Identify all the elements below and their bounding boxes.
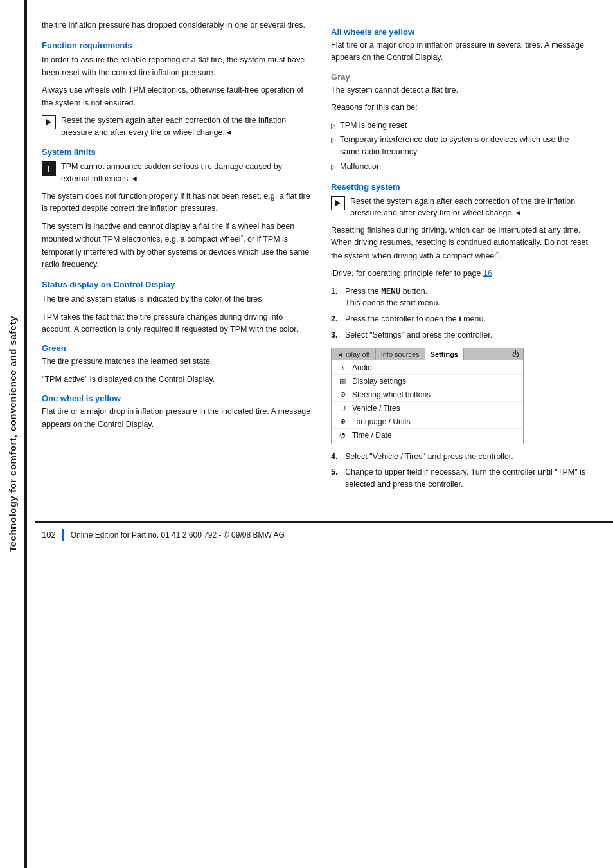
- warning-text: TPM cannot announce sudden serious tire …: [61, 161, 312, 185]
- menu-item-display-settings: ▦ Display settings: [332, 375, 523, 388]
- steps-list-continued: 4. Select "Vehicle / Tires" and press th…: [331, 451, 588, 491]
- menu-items-list: ♪ Audio ▦ Display settings ⊙ Steering wh…: [332, 360, 523, 444]
- step-number: 4.: [331, 451, 341, 463]
- menu-tabs: ◄ iplay off Info sources Settings ⏻: [332, 348, 523, 360]
- system-limits-para1: The system does not function properly if…: [42, 190, 312, 215]
- footer-bar-divider: [62, 529, 64, 541]
- main-content: the tire inflation pressure has dropped …: [35, 0, 613, 509]
- right-column: All wheels are yellow Flat tire or a maj…: [331, 19, 588, 496]
- bullet-text: Malfunction: [340, 161, 381, 173]
- audio-icon: ♪: [337, 363, 348, 372]
- page-number: 102: [42, 530, 56, 539]
- list-item: 3. Select "Settings" and press the contr…: [331, 329, 588, 341]
- menu-tab-display-off: ◄ iplay off: [332, 348, 376, 360]
- menu-item-label: Language / Units: [352, 417, 411, 426]
- menu-item-label: Display settings: [352, 377, 406, 386]
- status-para2: TPM takes the fact that the tire pressur…: [42, 311, 312, 336]
- left-column: the tire inflation pressure has dropped …: [42, 19, 312, 496]
- sidebar-bar: [24, 0, 27, 868]
- warning-icon: !: [42, 161, 56, 176]
- menu-item-label: Steering wheel buttons: [352, 390, 431, 399]
- function-req-para2: Always use wheels with TPM electronics, …: [42, 84, 312, 109]
- step-number: 1.: [331, 285, 341, 298]
- list-item: ▷ Malfunction: [331, 161, 588, 173]
- gray-text: The system cannot detect a flat tire.: [331, 84, 588, 96]
- function-requirements-heading: Function requirements: [42, 41, 312, 50]
- all-wheels-heading: All wheels are yellow: [331, 27, 588, 37]
- steps-list: 1. Press the MENU button.This opens the …: [331, 285, 588, 341]
- menu-item-steering: ⊙ Steering wheel buttons: [332, 388, 523, 402]
- list-item: ▷ TPM is being reset: [331, 120, 588, 132]
- step-number: 5.: [331, 466, 341, 478]
- reset-icon-box: Reset the system again after each correc…: [42, 114, 312, 139]
- step-text: Select "Settings" and press the controll…: [345, 329, 492, 341]
- language-icon: ⊕: [337, 417, 348, 426]
- display-settings-icon: ▦: [337, 377, 348, 386]
- menu-item-vehicle-tires: ⊟ Vehicle / Tires: [332, 402, 523, 415]
- menu-power-button: ⏻: [508, 348, 523, 360]
- footer-copyright: Online Edition for Part no. 01 41 2 600 …: [71, 530, 285, 539]
- resetting-reset-text: Reset the system again after each correc…: [350, 195, 588, 220]
- list-item: 4. Select "Vehicle / Tires" and press th…: [331, 451, 588, 463]
- green-text2: "TPM active" is displayed on the Control…: [42, 374, 312, 386]
- menu-tab-settings: Settings: [425, 348, 464, 360]
- warning-exclamation: !: [48, 165, 50, 173]
- triangle-inner-2: [335, 200, 341, 206]
- green-text1: The tire pressure matches the learned se…: [42, 356, 312, 368]
- one-wheel-text: Flat tire or a major drop in inflation p…: [42, 406, 312, 431]
- menu-item-label: Audio: [352, 363, 372, 372]
- sidebar: Technology for comfort, convenience and …: [0, 0, 24, 868]
- steering-wheel-icon: ⊙: [337, 390, 348, 399]
- function-req-para1: In order to assure the reliable reportin…: [42, 54, 312, 79]
- reset-text: Reset the system again after each correc…: [61, 114, 312, 139]
- resetting-triangle-icon: [331, 196, 345, 210]
- triangle-inner: [46, 119, 51, 125]
- resetting-heading: Resetting system: [331, 182, 588, 192]
- resetting-reset-icon-box: Reset the system again after each correc…: [331, 195, 588, 220]
- step-text: Change to upper field if necessary. Turn…: [345, 466, 588, 491]
- intro-text: the tire inflation pressure has dropped …: [42, 19, 312, 32]
- gray-reasons: Reasons for this can be:: [331, 102, 588, 114]
- warning-icon-box: ! TPM cannot announce sudden serious tir…: [42, 161, 312, 185]
- bullet-text: Temporary interference due to systems or…: [340, 134, 588, 158]
- menu-tab-info-sources: Info sources: [376, 348, 425, 360]
- resetting-para2: iDrive, for operating principle refer to…: [331, 267, 588, 280]
- status-para1: The tire and system status is indicated …: [42, 293, 312, 305]
- menu-screenshot: ◄ iplay off Info sources Settings ⏻ ♪ Au…: [331, 348, 524, 444]
- step-text: Press the MENU button.This opens the sta…: [345, 285, 440, 310]
- resetting-para1: Resetting finishes during driving, which…: [331, 224, 588, 262]
- list-item: 5. Change to upper field if necessary. T…: [331, 466, 588, 491]
- menu-item-audio: ♪ Audio: [332, 361, 523, 375]
- list-item: 1. Press the MENU button.This opens the …: [331, 285, 588, 310]
- sidebar-label: Technology for comfort, convenience and …: [7, 316, 18, 552]
- bullet-arrow-icon: ▷: [331, 135, 336, 145]
- green-heading: Green: [42, 343, 312, 353]
- bullet-text: TPM is being reset: [340, 120, 407, 132]
- bullet-arrow-icon: ▷: [331, 121, 336, 131]
- step-text: Press the controller to open the i menu.: [345, 313, 486, 325]
- menu-item-label: Time / Date: [352, 431, 392, 440]
- all-wheels-text: Flat tire or a major drop in inflation p…: [331, 39, 588, 64]
- menu-item-label: Vehicle / Tires: [352, 404, 400, 413]
- step-number: 3.: [331, 329, 341, 341]
- step-number: 2.: [331, 313, 341, 325]
- system-limits-heading: System limits: [42, 147, 312, 157]
- menu-item-language: ⊕ Language / Units: [332, 415, 523, 429]
- time-date-icon: ◔: [337, 431, 348, 440]
- system-limits-para2: The system is inactive and cannot displa…: [42, 221, 312, 271]
- page-footer: 102 Online Edition for Part no. 01 41 2 …: [35, 521, 613, 547]
- reset-triangle-icon: [42, 115, 56, 129]
- one-wheel-heading: One wheel is yellow: [42, 393, 312, 403]
- gray-bullet-list: ▷ TPM is being reset ▷ Temporary interfe…: [331, 120, 588, 173]
- list-item: ▷ Temporary interference due to systems …: [331, 134, 588, 158]
- menu-item-time-date: ◔ Time / Date: [332, 429, 523, 442]
- vehicle-icon: ⊟: [337, 404, 348, 413]
- status-display-heading: Status display on Control Display: [42, 280, 312, 289]
- gray-heading: Gray: [331, 72, 588, 82]
- bullet-arrow-icon: ▷: [331, 162, 336, 172]
- list-item: 2. Press the controller to open the i me…: [331, 313, 588, 325]
- step-text: Select "Vehicle / Tires" and press the c…: [345, 451, 513, 463]
